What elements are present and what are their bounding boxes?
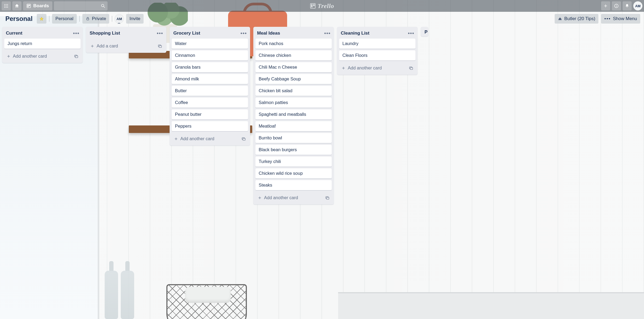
list-title[interactable]: P <box>425 29 427 35</box>
svg-rect-10 <box>28 5 29 7</box>
svg-rect-24 <box>75 56 78 58</box>
boards-button[interactable]: Boards <box>23 1 52 10</box>
svg-point-2 <box>7 4 8 5</box>
account-avatar[interactable]: AM <box>633 1 642 10</box>
list-title[interactable]: Grocery List <box>173 31 240 36</box>
home-button[interactable] <box>12 1 21 10</box>
svg-point-12 <box>101 4 104 7</box>
card[interactable]: Granola bars <box>172 62 248 72</box>
card[interactable]: Laundry <box>339 39 415 49</box>
list-title[interactable]: Current <box>6 31 72 36</box>
create-from-template-button[interactable] <box>72 53 80 60</box>
star-board-button[interactable] <box>37 14 46 24</box>
ellipsis-icon: ••• <box>240 30 247 36</box>
ellipsis-icon: ••• <box>408 30 414 36</box>
card[interactable]: Chicken blt salad <box>255 86 332 96</box>
card[interactable]: Turkey chili <box>255 157 332 167</box>
add-another-card-button[interactable]: Add another card <box>256 194 324 202</box>
list-menu-button[interactable]: ••• <box>240 29 247 37</box>
card[interactable]: Chili Mac n Cheese <box>255 62 332 72</box>
visibility-button[interactable]: Private <box>82 14 109 24</box>
svg-rect-22 <box>560 18 560 18</box>
card[interactable]: Steaks <box>255 180 332 190</box>
add-card-label: Add a card <box>97 43 118 49</box>
svg-line-13 <box>104 6 105 8</box>
divider <box>49 16 49 22</box>
list-title[interactable]: Meal Ideas <box>257 31 324 36</box>
add-another-card-button[interactable]: Add another card <box>5 52 72 60</box>
card[interactable]: Peppers <box>172 121 248 131</box>
list: Cleaning List•••LaundryClean FloorsAdd a… <box>337 27 418 75</box>
list-menu-button[interactable]: ••• <box>72 29 80 37</box>
card[interactable]: Black bean burgers <box>255 145 332 155</box>
list-title[interactable]: Cleaning List <box>341 31 407 36</box>
list-footer: Add another card <box>2 50 83 63</box>
svg-rect-26 <box>159 46 162 47</box>
card[interactable]: Water <box>172 39 248 49</box>
svg-rect-20 <box>87 18 89 20</box>
card[interactable]: Almond milk <box>172 74 248 84</box>
card[interactable]: Coffee <box>172 98 248 108</box>
card[interactable]: Clean Floors <box>339 50 415 61</box>
svg-point-1 <box>6 4 7 5</box>
svg-point-6 <box>4 7 5 8</box>
create-from-template-button[interactable] <box>324 194 331 202</box>
card[interactable]: Butter <box>172 86 248 96</box>
ellipsis-icon: ••• <box>324 30 331 36</box>
card[interactable]: Chinese chicken <box>255 50 332 61</box>
board-member-avatar[interactable]: AM ︽ <box>115 14 123 23</box>
apps-button[interactable] <box>2 1 11 10</box>
card[interactable]: Burrito bowl <box>255 133 332 143</box>
apps-icon <box>4 3 9 8</box>
boards-button-label: Boards <box>33 3 49 9</box>
card[interactable]: Meatloaf <box>255 121 332 131</box>
team-button[interactable]: Personal <box>52 14 76 24</box>
card[interactable]: Pork nachos <box>255 39 332 49</box>
home-icon <box>14 3 19 8</box>
board-canvas[interactable]: Current•••Jungs returnAdd another cardSh… <box>0 26 644 319</box>
svg-rect-19 <box>616 5 617 5</box>
info-button[interactable] <box>612 1 621 10</box>
svg-rect-30 <box>327 197 329 199</box>
butler-icon <box>558 17 562 21</box>
create-from-template-button[interactable] <box>240 135 247 143</box>
divider <box>79 16 80 22</box>
list-menu-button[interactable]: ••• <box>324 29 331 37</box>
add-another-card-button[interactable]: Add another card <box>172 135 240 143</box>
card[interactable]: Jungs return <box>4 39 80 49</box>
add-card-button[interactable]: Add a card <box>89 42 156 50</box>
search-icon <box>101 3 105 8</box>
notifications-button[interactable] <box>623 1 632 10</box>
list-peek[interactable]: P <box>421 27 428 36</box>
search-field[interactable] <box>54 1 108 10</box>
svg-point-4 <box>6 6 7 6</box>
card[interactable]: Peanut butter <box>172 109 248 120</box>
info-icon <box>614 3 619 8</box>
svg-rect-9 <box>27 4 31 8</box>
card[interactable]: Salmon patties <box>255 98 332 108</box>
create-from-template-button[interactable] <box>156 42 164 50</box>
list-menu-button[interactable]: ••• <box>407 29 415 37</box>
svg-point-3 <box>4 6 5 6</box>
create-from-template-button[interactable] <box>407 64 415 72</box>
ellipsis-icon: ••• <box>604 16 611 21</box>
invite-button[interactable]: Invite <box>126 14 144 24</box>
list-menu-button[interactable]: ••• <box>156 29 164 37</box>
card[interactable]: Beefy Cabbage Soup <box>255 74 332 84</box>
chevron-up-icon: ︽ <box>118 21 120 25</box>
card[interactable]: Cinnamon <box>172 50 248 61</box>
card[interactable]: Spaghetti and meatballs <box>255 109 332 120</box>
board-title[interactable]: Personal <box>4 14 34 24</box>
card-template-icon <box>74 54 78 58</box>
butler-button[interactable]: Butler (20 Tips) <box>555 14 598 24</box>
add-another-card-button[interactable]: Add another card <box>340 64 407 72</box>
list-header: Meal Ideas••• <box>253 27 334 39</box>
list-title[interactable]: Shopping List <box>90 31 156 36</box>
svg-rect-15 <box>311 4 313 8</box>
trello-logo[interactable]: Trello <box>310 2 334 10</box>
create-button[interactable] <box>601 1 610 10</box>
show-menu-button[interactable]: ••• Show Menu <box>601 14 640 24</box>
card[interactable]: Chicken wild rice soup <box>255 168 332 179</box>
svg-point-8 <box>7 7 8 8</box>
card-template-icon <box>409 66 413 70</box>
